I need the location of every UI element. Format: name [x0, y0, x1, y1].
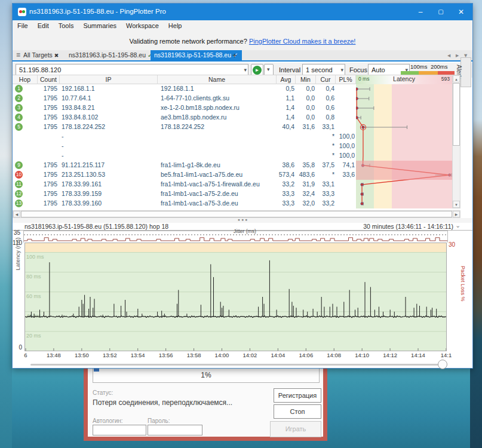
- banner-link[interactable]: PingPlotter Cloud makes it a breeze!: [249, 38, 356, 45]
- x-tick-label: 13:48: [47, 352, 61, 358]
- play-icon: ►: [255, 67, 260, 73]
- x-tick-label: 14:06: [299, 352, 313, 358]
- table-row[interactable]: 131795178.33.99.160fra1-lmb1-vac1-a75-3.…: [13, 199, 452, 208]
- x-tick-label: 13:50: [75, 352, 89, 358]
- hop-badge: 11: [15, 180, 23, 188]
- x-tick-label: 14:08: [327, 352, 341, 358]
- column-header-ip[interactable]: IP: [60, 75, 158, 84]
- menu-help[interactable]: Help: [164, 20, 187, 31]
- alerts-side-tab[interactable]: Alerts: [460, 57, 471, 87]
- table-vertical-scrollbar[interactable]: ▲ ▼: [452, 75, 460, 208]
- close-tab-icon[interactable]: ✖: [54, 53, 59, 59]
- title-bar: ns3181963.ip-51-195-88.eu - PingPlotter …: [13, 4, 472, 20]
- table-row[interactable]: 9179591.121.215.117fra1-lim1-g1-8k.de.eu…: [13, 161, 452, 170]
- table-header: 0 ms Latency 593 HopCountIPNameAvgMinCur…: [13, 75, 452, 84]
- interval-select[interactable]: 1 second ▾: [302, 64, 345, 75]
- svg-text:100 ms: 100 ms: [26, 254, 44, 260]
- svg-text:40 ms: 40 ms: [26, 313, 41, 319]
- launcher-status-text: Потеря соединения, переподключаемся...: [93, 398, 232, 407]
- app-icon: [18, 8, 26, 16]
- graph-time-range[interactable]: 30 minutes (13:46:11 - 14:16:11): [363, 223, 453, 230]
- play-button[interactable]: Играть: [270, 421, 321, 437]
- hop-badge: 1: [15, 85, 23, 93]
- maximize-button[interactable]: ▢: [431, 4, 451, 20]
- column-header-name[interactable]: Name: [158, 75, 277, 84]
- desktop-wallpaper-left: [0, 0, 12, 448]
- launcher-window: 1% Статус: Потеря соединения, переподклю…: [84, 361, 327, 441]
- column-header-hop[interactable]: Hop: [13, 75, 38, 84]
- scroll-up-icon[interactable]: ▲: [453, 75, 460, 82]
- table-horizontal-scrollbar[interactable]: ◀ ▶: [13, 210, 460, 218]
- column-header-pl[interactable]: PL%: [336, 75, 356, 84]
- time-scroll-thumb[interactable]: [438, 360, 447, 369]
- x-tick-label: 6: [24, 352, 27, 358]
- column-header-avg[interactable]: Avg: [277, 75, 296, 84]
- menu-tools[interactable]: Tools: [54, 20, 79, 31]
- close-button[interactable]: ✕: [451, 4, 471, 20]
- menu-file[interactable]: File: [13, 20, 33, 31]
- autologin-field[interactable]: [93, 425, 146, 435]
- register-button[interactable]: Регистрация: [274, 388, 321, 403]
- scroll-left-icon[interactable]: ◀: [13, 211, 20, 217]
- chevron-down-icon[interactable]: ⌄: [455, 222, 460, 229]
- x-tick-label: 14:12: [383, 352, 397, 358]
- hop-badge: 13: [15, 200, 23, 207]
- menu-workspace[interactable]: Workspace: [121, 20, 164, 31]
- y-axis-label: Latency (ms): [14, 263, 21, 271]
- password-field[interactable]: [148, 425, 202, 435]
- dropdown-icon: ▾: [267, 66, 270, 72]
- menu-summaries[interactable]: Summaries: [78, 20, 121, 31]
- tab-all-targets[interactable]: All Targets ✖: [20, 50, 62, 60]
- hop-badge: 10: [15, 171, 23, 179]
- menu-edit[interactable]: Edit: [33, 20, 54, 31]
- table-row[interactable]: 11795192.168.1.1192.168.1.10,50,00,4: [13, 84, 452, 94]
- latency-column-header[interactable]: 0 ms Latency 593: [356, 75, 452, 84]
- table-row[interactable]: -*100,0: [13, 142, 452, 151]
- hop-badge: 12: [15, 190, 23, 198]
- table-row[interactable]: -*100,0: [13, 132, 452, 142]
- x-tick-label: 14:02: [243, 352, 257, 358]
- scroll-down-icon[interactable]: ▼: [453, 201, 460, 208]
- x-axis-labels: 613:4813:5013:5213:5413:5613:5814:0014:0…: [13, 352, 465, 359]
- svg-text:60 ms: 60 ms: [26, 293, 41, 299]
- table-row[interactable]: 2179510.77.64.11-64-77-10.clients.gtk.su…: [13, 94, 452, 103]
- table-row[interactable]: 41795193.84.8.102ae3.bm18.spb.nodex.ru1,…: [13, 113, 452, 122]
- window-title: ns3181963.ip-51-195-88.eu - PingPlotter …: [29, 8, 166, 15]
- menu-bar: FileEditToolsSummariesWorkspaceHelp: [13, 20, 472, 32]
- hop-badge: 9: [15, 161, 23, 169]
- table-row[interactable]: 111795178.33.99.161fra1-lmb1-vac1-a75-1-…: [13, 180, 452, 189]
- timeline-graph[interactable]: 100 ms80 ms60 ms40 ms20 ms: [24, 243, 447, 351]
- column-header-min[interactable]: Min: [296, 75, 316, 84]
- x-tick-label: 14:10: [355, 352, 369, 358]
- table-row[interactable]: -*100,0: [13, 151, 452, 161]
- hop-badge: 5: [15, 123, 23, 131]
- x-tick-label: 13:58: [187, 352, 201, 358]
- x-tick-label: 13:54: [131, 352, 145, 358]
- minimize-button[interactable]: –: [410, 4, 431, 20]
- scale-label-200ms: 200ms: [431, 63, 448, 70]
- stop-button[interactable]: Стоп: [274, 404, 321, 419]
- scroll-right-icon[interactable]: ▶: [453, 211, 460, 217]
- tab-target-2[interactable]: ns3181963.ip-51-195-88.eu ✓: [151, 50, 242, 60]
- pingplotter-window: ns3181963.ip-51-195-88.eu - PingPlotter …: [12, 3, 473, 369]
- target-input[interactable]: 51.195.88.120 ▾: [16, 64, 248, 75]
- latency-scale-max: 593: [441, 76, 450, 82]
- x-tick-label: 14:00: [215, 352, 229, 358]
- launcher-progress-text: 1%: [93, 371, 319, 379]
- launcher-progressbar: 1%: [93, 367, 320, 383]
- splitter-handle[interactable]: ● ● ●: [13, 218, 472, 223]
- svg-text:20 ms: 20 ms: [26, 333, 41, 339]
- table-row[interactable]: 51795178.18.224.252178.18.224.25240,431,…: [13, 122, 452, 132]
- table-row[interactable]: 31795193.84.8.21xe-1-2-0.bm18.spb.nodex.…: [13, 103, 452, 113]
- new-tab-button[interactable]: +: [229, 50, 241, 60]
- table-row[interactable]: 101795213.251.130.53be5.fra1-lim1-vac1-a…: [13, 170, 452, 180]
- graph-title: ns3181963.ip-51-195-88.eu (51.195.88.120…: [24, 223, 168, 230]
- x-tick-label: 13:56: [159, 352, 173, 358]
- column-header-count[interactable]: Count: [38, 75, 60, 84]
- time-scroll-track[interactable]: [30, 364, 443, 366]
- column-header-cur[interactable]: Cur: [316, 75, 336, 84]
- x-tick-label: 14:14: [411, 352, 425, 358]
- launcher-status-label: Статус:: [93, 389, 113, 396]
- table-row[interactable]: 121795178.33.99.159fra1-lmb1-vac1-a75-2.…: [13, 189, 452, 199]
- tab-target-1[interactable]: ns3181963.ip-51-195-88.eu ✓: [65, 50, 157, 60]
